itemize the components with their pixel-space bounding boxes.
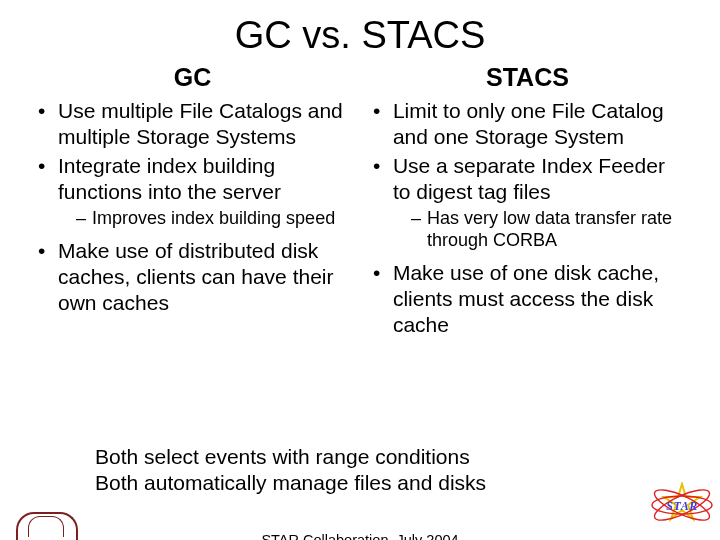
columns: GC Use multiple File Catalogs and multip… <box>0 63 720 341</box>
bullet-text: Limit to only one File Catalog and one S… <box>393 99 664 148</box>
slide-title: GC vs. STACS <box>0 14 720 57</box>
list-item: Use a separate Index Feeder to digest ta… <box>373 153 682 252</box>
left-sublist: Improves index building speed <box>58 208 347 230</box>
sub-bullet-text: Has very low data transfer rate through … <box>427 208 672 250</box>
list-item: Use multiple File Catalogs and multiple … <box>38 98 347 149</box>
list-item: Integrate index building functions into … <box>38 153 347 230</box>
list-item: Make use of one disk cache, clients must… <box>373 260 682 337</box>
bullet-text: Use multiple File Catalogs and multiple … <box>58 99 343 148</box>
right-sublist: Has very low data transfer rate through … <box>393 208 682 252</box>
list-item: Limit to only one File Catalog and one S… <box>373 98 682 149</box>
left-list: Use multiple File Catalogs and multiple … <box>38 98 347 315</box>
bullet-text: Use a separate Index Feeder to digest ta… <box>393 154 665 203</box>
common-block: Both select events with range conditions… <box>95 444 650 497</box>
sub-bullet-text: Improves index building speed <box>92 208 335 228</box>
left-column: GC Use multiple File Catalogs and multip… <box>38 63 347 341</box>
logo-right-label: STAR <box>652 499 712 514</box>
common-line: Both automatically manage files and disk… <box>95 470 650 496</box>
slide: GC vs. STACS GC Use multiple File Catalo… <box>0 14 720 540</box>
right-heading: STACS <box>373 63 682 92</box>
list-item: Make use of distributed disk caches, cli… <box>38 238 347 315</box>
star-logo: STAR <box>652 486 712 526</box>
left-heading: GC <box>38 63 347 92</box>
sublist-item: Has very low data transfer rate through … <box>393 208 682 252</box>
footer-text: STAR Collaboration, July 2004 <box>0 532 720 540</box>
bullet-text: Integrate index building functions into … <box>58 154 281 203</box>
right-column: STACS Limit to only one File Catalog and… <box>373 63 682 341</box>
sublist-item: Improves index building speed <box>58 208 347 230</box>
bullet-text: Make use of distributed disk caches, cli… <box>58 239 333 313</box>
common-line: Both select events with range conditions <box>95 444 650 470</box>
building-icon <box>16 512 78 540</box>
berkeley-lab-logo: BERKELEY LAB <box>12 512 82 540</box>
bullet-text: Make use of one disk cache, clients must… <box>393 261 659 335</box>
right-list: Limit to only one File Catalog and one S… <box>373 98 682 337</box>
